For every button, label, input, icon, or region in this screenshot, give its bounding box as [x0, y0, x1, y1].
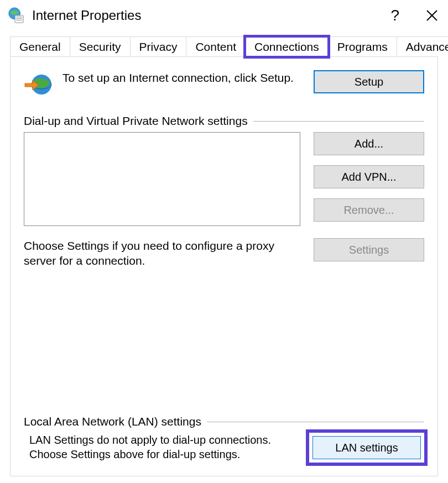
lan-group-header: Local Area Network (LAN) settings [24, 415, 424, 428]
choose-settings-row: Choose Settings if you need to configure… [24, 238, 424, 269]
tab-advanced[interactable]: Advanced [397, 36, 448, 57]
tab-programs[interactable]: Programs [328, 36, 397, 57]
close-button[interactable] [426, 9, 438, 22]
add-button[interactable]: Add... [314, 132, 424, 155]
tab-content[interactable]: Content [186, 36, 246, 57]
lan-description: LAN Settings do not apply to dial-up con… [24, 433, 309, 463]
setup-button[interactable]: Setup [314, 70, 424, 93]
lan-button-highlight: LAN settings [309, 433, 424, 463]
internet-options-icon [8, 7, 24, 24]
dialup-connection-list[interactable] [24, 132, 300, 226]
lan-group-label: Local Area Network (LAN) settings [24, 415, 201, 428]
lan-settings-button[interactable]: LAN settings [312, 436, 421, 459]
setup-description: To set up an Internet connection, click … [62, 70, 314, 85]
connection-settings-button[interactable]: Settings [314, 238, 424, 261]
dialup-group-header: Dial-up and Virtual Private Network sett… [24, 114, 424, 128]
dialup-group-label: Dial-up and Virtual Private Network sett… [24, 114, 248, 128]
setup-row: To set up an Internet connection, click … [24, 70, 424, 99]
lan-section: Local Area Network (LAN) settings LAN Se… [24, 415, 424, 463]
tab-strip: General Security Privacy Content Connect… [10, 36, 438, 57]
remove-button[interactable]: Remove... [314, 198, 424, 222]
window-title: Internet Properties [32, 8, 141, 23]
divider [253, 121, 424, 122]
tab-general[interactable]: General [10, 36, 70, 57]
choose-settings-text: Choose Settings if you need to configure… [24, 238, 314, 269]
connections-panel: To set up an Internet connection, click … [10, 56, 438, 476]
titlebar: Internet Properties ? [0, 0, 448, 31]
lan-row: LAN Settings do not apply to dial-up con… [24, 433, 424, 463]
divider [207, 422, 424, 422]
tab-privacy[interactable]: Privacy [130, 36, 187, 57]
globe-arrow-icon [24, 70, 53, 99]
dialup-row: Add... Add VPN... Remove... [24, 132, 424, 226]
svg-rect-1 [15, 15, 23, 23]
tab-connections[interactable]: Connections [245, 36, 329, 57]
add-vpn-button[interactable]: Add VPN... [314, 165, 424, 188]
help-button[interactable]: ? [390, 7, 399, 24]
tab-security[interactable]: Security [70, 36, 131, 57]
dialup-button-column: Add... Add VPN... Remove... [314, 132, 424, 226]
